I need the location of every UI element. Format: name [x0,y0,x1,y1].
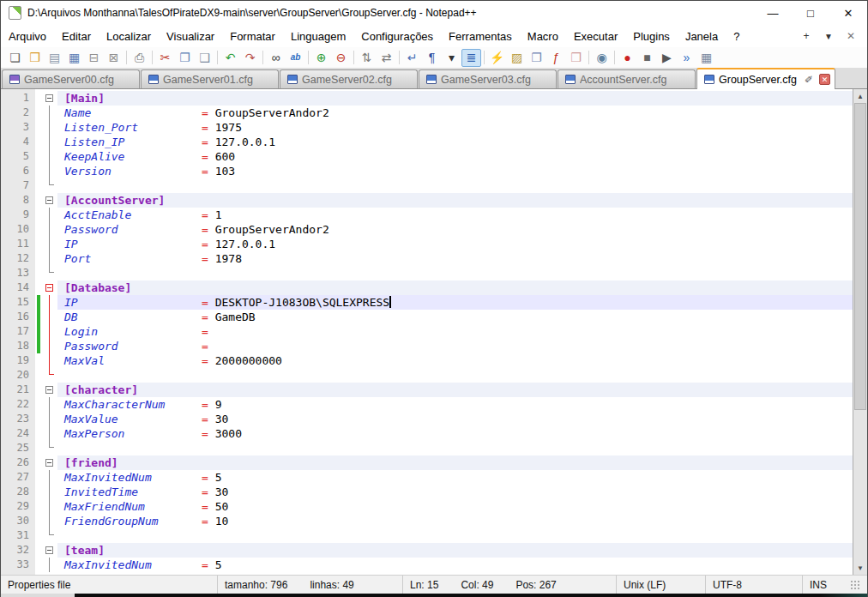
tab-gameserver00-cfg[interactable]: GameServer00.cfg [2,69,140,88]
pin-icon[interactable]: ✐ [805,74,813,86]
fold-collapse-icon[interactable] [45,546,53,554]
code-text[interactable]: MaxInvitedNum= 5 [57,558,853,572]
toolbar-button-close-all[interactable]: ⊠ [104,49,124,67]
new-tab-button[interactable]: + [795,30,817,42]
code-text[interactable]: Password= GroupServerAndor2 [57,222,853,237]
scrollbar-thumb[interactable] [854,103,866,410]
code-text[interactable]: Listen_IP= 127.0.0.1 [57,135,853,149]
fold-collapse-icon[interactable] [45,94,53,102]
scroll-up-arrow-icon[interactable]: ▲ [853,89,867,103]
toolbar-button-macro-play[interactable]: ▶ [657,49,677,67]
toolbar-button-save[interactable]: ▤ [45,49,64,67]
toolbar-button-macro-stop[interactable]: ■ [637,49,657,67]
code-text[interactable]: [friend] [57,455,853,470]
code-text[interactable]: IP= DESKTOP-J1083OB\SQLEXPRESS [57,295,853,310]
menu-item-visualizar[interactable]: Visualizar [159,25,222,47]
toolbar-button-document-list[interactable]: ❐ [527,49,546,67]
code-text[interactable] [57,441,853,455]
scroll-down-arrow-icon[interactable]: ▼ [853,561,867,575]
toolbar-button-macro-run-multiple[interactable]: » [677,49,696,67]
toolbar-button-function-list[interactable]: ƒ [546,49,566,67]
maximize-button[interactable]: □ [792,1,829,25]
toolbar-button-define-language[interactable]: ⚡ [487,49,507,67]
code-text[interactable]: Password= [57,339,853,353]
menu-item-macro[interactable]: Macro [520,25,566,47]
code-text[interactable]: AcctEnable= 1 [57,208,853,222]
toolbar-button-sync-horizontal-scroll[interactable]: ⇄ [377,49,396,67]
menu-item-linguagem[interactable]: Linguagem [283,25,353,47]
toolbar-button-redo[interactable]: ↷ [240,49,260,67]
toolbar-button-zoom-in[interactable]: ⊕ [311,49,331,67]
toolbar-button-zoom-out[interactable]: ⊖ [331,49,351,67]
toolbar-button-close[interactable]: ⊟ [84,49,104,67]
code-text[interactable]: Login= [57,324,853,339]
code-text[interactable]: KeepAlive= 600 [57,149,853,164]
code-text[interactable]: [AccountServer] [57,193,853,208]
menu-item-configuracoes[interactable]: Configurações [353,25,441,47]
code-text[interactable]: MaxFriendNum= 50 [57,499,853,514]
code-text[interactable]: InvitedTime= 30 [57,485,853,499]
code-text[interactable]: MaxValue= 30 [57,412,853,426]
code-text[interactable] [57,368,853,383]
toolbar-button-print[interactable]: ⎙ [130,49,149,67]
tab-gameserver03-cfg[interactable]: GameServer03.cfg [419,69,557,88]
menu-item-janela[interactable]: Janela [678,25,726,47]
fold-collapse-icon[interactable] [45,386,53,394]
close-button[interactable]: ✕ [829,1,867,25]
code-text[interactable] [57,266,853,280]
code-text[interactable]: Port= 1978 [57,251,853,266]
editor[interactable]: 1[Main]2Name= GroupServerAndor23Listen_P… [1,89,867,575]
code-text[interactable]: IP= 127.0.0.1 [57,237,853,251]
toolbar-button-cut[interactable]: ✂ [155,49,175,67]
close-document-button[interactable]: ✕ [840,30,862,42]
tab-gameserver02-cfg[interactable]: GameServer02.cfg [280,69,418,88]
fold-collapse-icon[interactable] [45,459,53,467]
toolbar-button-folder-as-workspace[interactable]: ❒ [566,49,586,67]
menu-item-plugins[interactable]: Plugins [625,25,678,47]
toolbar-button-show-symbol-dropdown[interactable]: ▾ [442,49,461,67]
toolbar-button-word-wrap[interactable]: ↵ [402,49,422,67]
menu-item-editar[interactable]: Editar [54,25,99,47]
toolbar-button-macro-record[interactable]: ● [618,49,637,67]
code-text[interactable]: MaxCharacterNum= 9 [57,397,853,412]
tab-gameserver01-cfg[interactable]: GameServer01.cfg [141,69,279,88]
code-text[interactable]: [team] [57,543,853,558]
toolbar-button-replace[interactable]: ab [286,49,305,67]
tab-accountserver-cfg[interactable]: AccountServer.cfg [558,69,696,88]
code-text[interactable]: [character] [57,383,853,397]
tab-list-button[interactable]: ▼ [817,32,840,41]
toolbar-button-document-monitoring[interactable]: ◉ [592,49,612,67]
code-text[interactable]: Listen_Port= 1975 [57,120,853,135]
toolbar-button-show-all-characters[interactable]: ¶ [422,49,442,67]
code-text[interactable]: MaxVal= 2000000000 [57,353,853,368]
toolbar-button-paste[interactable]: ❑ [195,49,214,67]
toolbar-button-find[interactable]: ∞ [266,49,286,67]
toolbar-button-macro-save[interactable]: ▦ [696,49,716,67]
menu-item-localizar[interactable]: Localizar [99,25,159,47]
fold-collapse-icon[interactable] [45,196,53,204]
code-text[interactable] [57,178,853,193]
vertical-scrollbar[interactable]: ▲ ▼ [853,89,867,575]
code-text[interactable]: [Database] [57,280,853,295]
code-text[interactable]: FriendGroupNum= 10 [57,514,853,528]
menu-item-ferramentas[interactable]: Ferramentas [441,25,520,47]
toolbar-button-sync-vertical-scroll[interactable]: ⇅ [357,49,377,67]
code-text[interactable]: MaxInvitedNum= 5 [57,470,853,485]
code-text[interactable]: [Main] [57,91,853,106]
toolbar-button-open-folder[interactable]: ❒ [25,49,45,67]
code-text[interactable]: Version= 103 [57,164,853,178]
toolbar-button-document-map[interactable]: ▨ [507,49,527,67]
code-text[interactable]: DB= GameDB [57,310,853,324]
toolbar-button-indent-guide[interactable]: ≣ [461,49,481,67]
fold-collapse-icon[interactable] [45,284,53,292]
code-text[interactable]: Name= GroupServerAndor2 [57,106,853,120]
menu-item-arquivo[interactable]: Arquivo [1,25,54,47]
code-text[interactable] [57,528,853,543]
menu-item-executar[interactable]: Executar [566,25,625,47]
tab-close-icon[interactable]: ✕ [819,74,830,85]
toolbar-button-save-all[interactable]: ▦ [64,49,84,67]
toolbar-button-copy[interactable]: ❐ [175,49,195,67]
resize-grip[interactable] [850,580,860,590]
menu-item-formatar[interactable]: Formatar [222,25,283,47]
minimize-button[interactable]: — [754,1,792,25]
